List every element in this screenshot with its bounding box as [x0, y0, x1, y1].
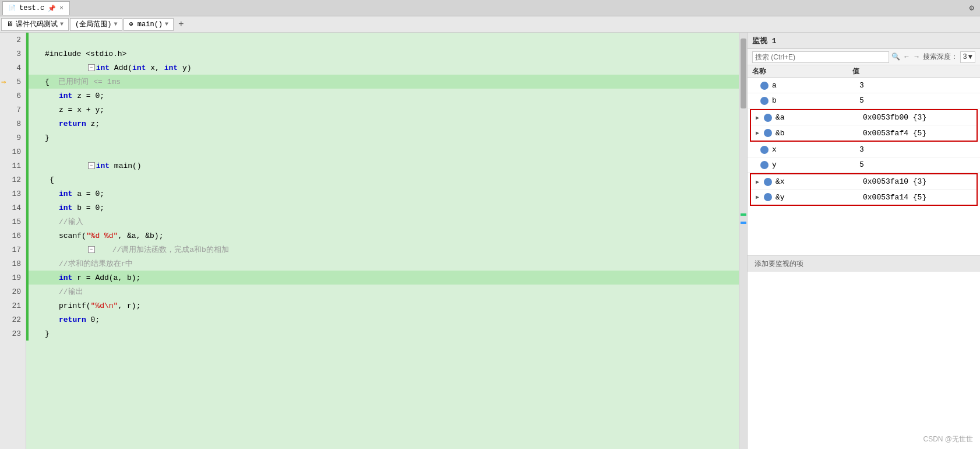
pin-icon[interactable]: 📌 [48, 5, 56, 12]
expand-icon-addr-y[interactable]: ▶ [756, 194, 763, 201]
chevron-down-icon-2: ▼ [114, 21, 117, 27]
watch-columns: 名称 值 [748, 65, 980, 78]
collapse-icon-17[interactable]: − [88, 246, 95, 253]
line-num-9: 9 [0, 131, 26, 145]
line-num-17: 17 [0, 243, 26, 257]
col-value-header: 值 [852, 66, 980, 76]
line-indicator-8 [26, 117, 29, 131]
tab-close-button[interactable]: × [59, 5, 64, 12]
line-indicator-10 [26, 145, 29, 159]
code-line-19: int r = Add(a, b); [26, 271, 739, 285]
watch-item-icon-addr-a [764, 114, 772, 122]
settings-button[interactable]: ⚙ [966, 2, 978, 14]
expand-icon-addr-a[interactable]: ▶ [756, 114, 763, 121]
watch-item-a[interactable]: a 3 [748, 78, 980, 93]
watch-items-container: a 3 b 5 ▶ &a 0x0053fb00 {3} ▶ [748, 78, 980, 255]
code-line-13: int a = 0; [26, 187, 739, 201]
code-line-10 [26, 145, 739, 159]
nav-forward-button[interactable]: → [912, 53, 920, 61]
code-text-18: //求和的结果放在r中 [59, 258, 133, 269]
watch-item-name-addr-a: &a [775, 113, 863, 122]
line-num-8: 8 [0, 117, 26, 131]
line-indicator-16 [26, 229, 29, 243]
code-text-12: { [50, 176, 54, 184]
code-line-21: printf("%d\n", r); [26, 299, 739, 313]
code-line-7: z = x + y; [26, 103, 739, 117]
editor-scrollbar[interactable] [739, 33, 747, 449]
breadcrumb-scope1[interactable]: 🖥 课件代码测试 ▼ [1, 18, 69, 31]
code-text-17: //调用加法函数，完成a和b的相加 [112, 244, 229, 255]
line-indicator-9 [26, 131, 29, 145]
watch-item-b[interactable]: b 5 [748, 93, 980, 108]
scope1-label: 课件代码测试 [16, 19, 58, 29]
watch-item-addr-y[interactable]: ▶ &y 0x0053fa14 {5} [751, 190, 977, 205]
line-numbers: 2 3 4 5 6 7 8 9 10 11 12 13 14 15 16 17 … [0, 33, 26, 449]
breadcrumb-scope3[interactable]: ⊕ main() ▼ [124, 18, 174, 31]
scope1-icon: 🖥 [6, 20, 13, 29]
file-icon: 📄 [9, 5, 16, 12]
scope2-label: (全局范围) [75, 19, 111, 29]
scope3-label: ⊕ main() [129, 20, 163, 29]
watch-item-name-addr-x: &x [775, 177, 863, 186]
watch-item-addr-x[interactable]: ▶ &x 0x0053fa10 {3} [751, 174, 977, 190]
watch-item-addr-a[interactable]: ▶ &a 0x0053fb00 {3} [751, 110, 977, 125]
depth-value[interactable]: 3 ▼ [960, 51, 975, 63]
code-line-6: int z = 0; [26, 89, 739, 103]
watch-title: 监视 1 [752, 36, 777, 46]
watch-item-x[interactable]: x 3 [748, 142, 980, 157]
watch-item-icon-addr-x [764, 178, 772, 186]
test-c-tab[interactable]: 📄 test.c 📌 × [2, 1, 70, 15]
nav-back-button[interactable]: ← [903, 53, 910, 61]
watch-item-value-addr-x: 0x0053fa10 {3} [863, 177, 977, 186]
collapse-icon-11[interactable]: − [88, 162, 95, 169]
watch-item-y[interactable]: y 5 [748, 157, 980, 173]
code-line-14: int b = 0; [26, 201, 739, 215]
watch-search-input[interactable] [752, 51, 889, 63]
code-content: 2 3 4 5 6 7 8 9 10 11 12 13 14 15 16 17 … [0, 33, 747, 449]
line-num-7: 7 [0, 103, 26, 117]
line-indicator-4 [26, 61, 29, 75]
expand-icon-addr-x[interactable]: ▶ [756, 178, 763, 185]
watch-item-value-a: 3 [859, 81, 980, 90]
code-line-9: } [26, 131, 739, 145]
line-num-21: 21 [0, 299, 26, 313]
code-text-5: { 已用时间 <= 1ms [45, 76, 121, 87]
line-indicator-18 [26, 257, 29, 271]
line-indicator-3 [26, 47, 29, 61]
watch-item-icon-a [760, 82, 769, 90]
code-text-7: z = x + y; [59, 106, 104, 114]
line-indicator-20 [26, 285, 29, 299]
line-num-18: 18 [0, 257, 26, 271]
line-num-15: 15 [0, 215, 26, 229]
expand-icon-addr-b[interactable]: ▶ [756, 129, 763, 136]
code-text-6: int z = 0; [59, 92, 104, 100]
scrollbar-marker-green [741, 213, 746, 216]
line-num-13: 13 [0, 187, 26, 201]
code-lines[interactable]: #include <stdio.h> − int Add(int x, int … [26, 33, 739, 449]
line-num-22: 22 [0, 313, 26, 327]
collapse-icon-4[interactable]: − [88, 64, 95, 71]
line-num-19: 19 [0, 271, 26, 285]
watch-group-red2: ▶ &x 0x0053fa10 {3} ▶ &y 0x0053fa14 {5} [750, 173, 978, 206]
add-watch-button[interactable]: 添加要监视的项 [748, 255, 980, 272]
scrollbar-thumb[interactable] [741, 38, 746, 108]
line-indicator-7 [26, 103, 29, 117]
code-line-18: //求和的结果放在r中 [26, 257, 739, 271]
code-text-21: printf("%d\n", r); [59, 301, 140, 310]
breadcrumb-scope2[interactable]: (全局范围) ▼ [70, 18, 122, 31]
search-icon: 🔍 [891, 52, 900, 61]
code-line-2 [26, 33, 739, 47]
line-num-23: 23 [0, 327, 26, 341]
add-breadcrumb-button[interactable]: + [175, 19, 188, 30]
code-text-14: int b = 0; [59, 204, 104, 212]
watch-item-addr-b[interactable]: ▶ &b 0x0053faf4 {5} [751, 125, 977, 141]
line-indicator-22 [26, 313, 29, 327]
line-indicator-15 [26, 215, 29, 229]
line-indicator-21 [26, 299, 29, 313]
chevron-down-icon: ▼ [60, 21, 64, 27]
tab-label: test.c [19, 4, 44, 12]
line-indicator-23 [26, 327, 29, 341]
watch-header: 监视 1 [748, 33, 980, 49]
watermark: CSDN @无世世 [923, 434, 973, 444]
scrollbar-marker-blue [741, 222, 746, 224]
